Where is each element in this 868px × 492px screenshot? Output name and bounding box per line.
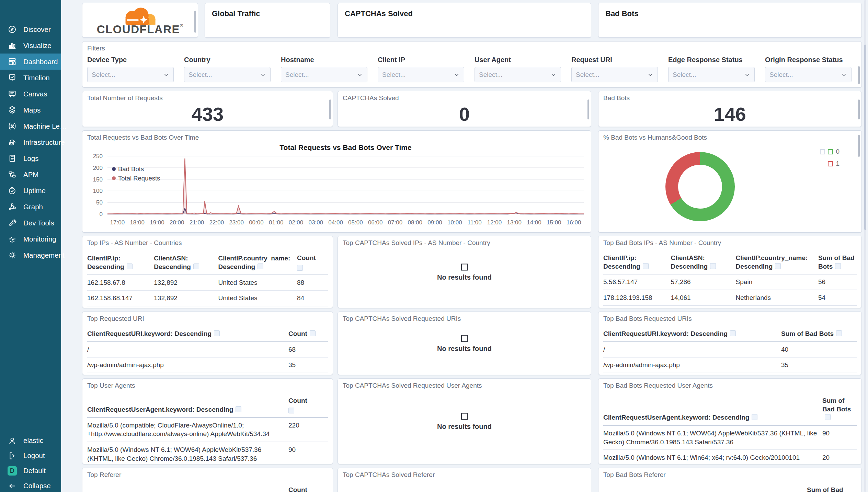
filter-select-edge-response-status[interactable]: Select... [668,67,755,82]
panel-top-user-agents: Top User AgentsClientRequestUserAgent.ke… [82,378,333,464]
column-header-sum-of-bad-bots[interactable]: Sum of Bad Bots [818,254,857,271]
sidebar-item-canvas[interactable]: Canvas [0,86,61,102]
sidebar-footer-item-logout[interactable]: Logout [0,448,61,463]
column-header-clientrequesturi-keyword-descending[interactable]: ClientRequestURI.keyword: Descending [603,330,777,338]
sidebar-item-logs[interactable]: Logs [0,150,61,166]
filter-select-user-agent[interactable]: Select... [475,67,561,82]
column-header-sum-of-bad[interactable]: Sum of Bad [807,486,857,492]
table-cell: 220 [288,421,328,438]
sidebar-item-maps[interactable]: Maps [0,102,61,118]
select-placeholder: Select... [285,71,309,79]
sidebar-item-label: Dashboard [23,58,58,66]
bad-bots-title: Bad Bots [605,9,639,18]
sidebar-item-management[interactable]: Management [0,247,61,263]
table-cell: Mozilla/5.0 (Windows NT 6.1; WOW64) Appl… [603,429,818,446]
panel-scrollbar[interactable] [329,99,331,119]
table-cell: 84 [297,294,328,303]
table-cell: Mozilla/5.0 (Windows NT 6.1; Win64; x64;… [603,453,818,464]
column-header-clientrequesturi-keyword-descending[interactable]: ClientRequestURI.keyword: Descending [87,330,284,338]
sidebar-item-label: Discover [23,25,51,34]
table-row: /40 [603,342,857,358]
sidebar-item-monitoring[interactable]: Monitoring [0,231,61,247]
sidebar-item-machine-le[interactable]: Machine Le… [0,118,61,134]
table-panel-title: Top IPs - AS Number - Countries [87,239,182,247]
column-header-clientip-country-name-descending[interactable]: ClientIP.country_name: Descending [736,254,814,271]
svg-text:11:00: 11:00 [468,219,482,226]
sidebar-item-visualize[interactable]: Visualize [0,37,61,54]
table-row: 5.56.57.14757,286Spain56 [87,306,328,308]
table-header-row: ClientRequestUserAgent.keyword: Descendi… [603,395,857,426]
table-panel-title: Top CAPTCHAs Solved Referer [343,471,435,479]
svg-text:05:00: 05:00 [348,219,363,226]
table-panel-title: Top Bad Bots Referer [603,471,666,479]
dashboard-main: CLOUDFLARE® Global Traffic CAPTCHAs Solv… [61,0,868,492]
legend-item-total-requests[interactable]: Total Requests [112,174,160,183]
sidebar-footer-item-elastic[interactable]: elastic [0,433,61,448]
no-results-icon [461,413,468,420]
panel-metric-total-requests: Total Number of Requests 433 [82,91,333,127]
sidebar-item-uptime[interactable]: Uptime [0,183,61,199]
legend-item-bad-bots[interactable]: Bad Bots [112,164,160,174]
sidebar-footer-item-default[interactable]: DDefault [0,463,61,478]
sidebar-item-graph[interactable]: Graph [0,199,61,215]
panel-scrollbar[interactable] [858,99,860,119]
pie-legend-item-1[interactable]: 1 [828,160,840,167]
metric-title: CAPTCHAs Solved [343,94,399,102]
sidebar-footer: elasticLogoutDDefaultCollapse [0,433,61,492]
sidebar-item-label: APM [23,171,38,179]
table-panel-title: Top User Agents [87,382,135,389]
user-icon [8,436,17,445]
filter-select-device-type[interactable]: Select... [87,67,174,82]
table-header-row: ClientRequestURI.keyword: DescendingCoun… [87,328,328,342]
filter-select-origin-response-status[interactable]: Select... [765,67,852,82]
svg-text:150: 150 [93,176,103,183]
panel-scrollbar[interactable] [587,99,589,119]
column-header-count[interactable]: Count [297,254,328,271]
column-header-sum-of-bad-bots[interactable]: Sum of Bad Bots [781,330,857,338]
pie-panel-title: % Bad Bots vs Humans&Good Bots [603,134,707,141]
no-results-text: No results found [338,273,591,281]
pie-legend-item-0[interactable]: 0 [820,148,840,155]
panel-scrollbar[interactable] [858,135,860,157]
no-results-message: No results found [338,335,591,352]
sidebar-footer-label: Collapse [23,482,51,490]
column-header-count[interactable]: Count [288,486,328,492]
sidebar-item-dashboard[interactable]: Dashboard [0,54,61,70]
filter-select-country[interactable]: Select... [184,67,271,82]
column-header-clientasn-descending[interactable]: ClientASN: Descending [154,254,214,271]
sidebar-item-apm[interactable]: APM [0,166,61,183]
column-header-clientip-country-name-descending[interactable]: ClientIP.country_name: Descending [218,254,293,271]
column-header-count[interactable]: Count [288,330,328,338]
column-header-sum-of-bad-bots[interactable]: Sum of Bad Bots [822,397,857,422]
table-row: /wp-admin/admin-ajax.php35 [87,358,328,373]
sidebar-item-dev-tools[interactable]: Dev Tools [0,215,61,231]
cloudflare-logo: CLOUDFLARE® [82,3,198,37]
filter-select-hostname[interactable]: Select... [281,67,367,82]
apm-icon [8,170,17,179]
page-scrollbar-thumb[interactable] [864,45,866,230]
sidebar-footer-item-collapse[interactable]: Collapse [0,478,61,492]
sidebar-item-timelion[interactable]: Timelion [0,70,61,86]
column-header-clientrequestuseragent-keyword-descending[interactable]: ClientRequestUserAgent.keyword: Descendi… [603,413,818,422]
filter-label: Request URI [571,56,658,64]
column-header-clientip-ip-descending[interactable]: ClientIP.ip: Descending [87,254,150,271]
column-header-clientasn-descending[interactable]: ClientASN: Descending [671,254,732,271]
column-header-clientrequestuseragent-keyword-descending[interactable]: ClientRequestUserAgent.keyword: Descendi… [87,406,284,414]
data-table: ClientIP.ip: DescendingClientASN: Descen… [87,253,328,308]
captchas-title: CAPTCHAs Solved [345,9,413,18]
svg-text:13:00: 13:00 [507,219,522,226]
table-cell: 68 [288,345,328,354]
page-scrollbar[interactable] [864,0,866,492]
sidebar-item-discover[interactable]: Discover [0,21,61,37]
filter-select-request-uri[interactable]: Select... [571,67,658,82]
table-cell: United States [218,278,293,287]
svg-text:06:00: 06:00 [368,219,383,226]
panel-scrollbar[interactable] [194,11,196,33]
table-cell: Mozilla/5.0 (Windows NT 6.1; WOW64) Appl… [87,445,284,463]
column-header-count[interactable]: Count [288,397,328,414]
filter-select-client-ip[interactable]: Select... [378,67,464,82]
sidebar-item-infrastructure[interactable]: Infrastructure [0,134,61,150]
panel-scrollbar[interactable] [858,66,860,84]
table-cell: 132,892 [154,278,214,287]
column-header-clientip-ip-descending[interactable]: ClientIP.ip: Descending [603,254,667,271]
